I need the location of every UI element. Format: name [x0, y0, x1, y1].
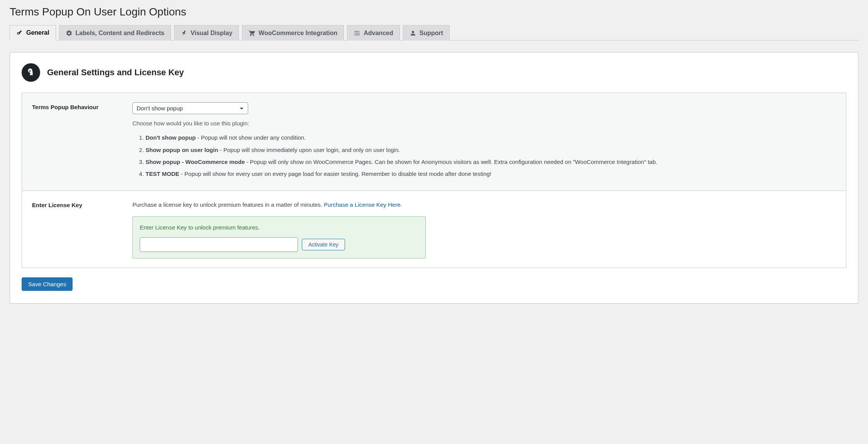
behaviour-option-desc: - Popup will only show on WooCommerce Pa… — [245, 159, 657, 165]
tab-support[interactable]: Support — [403, 25, 450, 41]
behaviour-hint: Choose how would you like to use this pl… — [132, 119, 836, 128]
activate-key-button[interactable]: Activate Key — [302, 239, 345, 250]
gear-icon — [66, 30, 73, 37]
license-label: Enter License Key — [32, 200, 132, 258]
tab-label: Visual Display — [191, 30, 232, 36]
behaviour-option-desc: - Popup will show for every user on ever… — [179, 171, 492, 177]
behaviour-list: Don't show popup - Popup will not show u… — [146, 133, 836, 178]
behaviour-row: Terms Popup Behaviour Don't show popupSh… — [22, 93, 846, 191]
behaviour-option-desc: - Popup will not show under any conditio… — [196, 134, 306, 141]
tab-label: General — [26, 30, 49, 36]
behaviour-option: Show popup on user login - Popup will sh… — [146, 145, 836, 154]
behaviour-option-name: Don't show popup — [146, 134, 196, 141]
license-row: Enter License Key Purchase a license key… — [22, 191, 846, 268]
tab-advanced[interactable]: Advanced — [347, 25, 399, 41]
tab-visual-display[interactable]: Visual Display — [174, 25, 239, 41]
key-icon — [22, 63, 40, 82]
section-title: General Settings and License Key — [47, 68, 184, 78]
behaviour-option-desc: - Popup will show immediately upon user … — [218, 147, 400, 153]
license-box: Enter License Key to unlock premium feat… — [132, 216, 426, 258]
tab-label: Labels, Content and Redirects — [76, 30, 164, 36]
user-icon — [409, 30, 416, 37]
license-purchase-line: Purchase a license key to unlock premium… — [132, 200, 836, 209]
cart-icon — [249, 30, 255, 37]
tab-woocommerce-integration[interactable]: WooCommerce Integration — [242, 25, 344, 41]
behaviour-select[interactable]: Don't show popupShow popup on user login… — [132, 102, 248, 114]
tab-label: Advanced — [364, 30, 393, 36]
key-icon — [16, 29, 23, 36]
tab-label: WooCommerce Integration — [259, 30, 337, 36]
page-title: Terms Popup On User Login Options — [10, 0, 858, 22]
behaviour-option: Show popup - WooCommerce mode - Popup wi… — [146, 157, 836, 166]
behaviour-option-name: Show popup on user login — [146, 147, 218, 153]
license-purchase-prefix: Purchase a license key to unlock premium… — [132, 201, 324, 208]
license-purchase-link[interactable]: Purchase a License Key Here. — [324, 201, 402, 208]
section-header: General Settings and License Key — [22, 63, 846, 82]
tab-general[interactable]: General — [10, 25, 56, 41]
behaviour-label: Terms Popup Behaviour — [32, 102, 132, 181]
behaviour-option-name: TEST MODE — [146, 171, 179, 177]
settings-panel: General Settings and License Key Terms P… — [10, 52, 858, 304]
sliders-icon — [354, 30, 360, 37]
pin-icon — [181, 30, 188, 37]
license-box-message: Enter License Key to unlock premium feat… — [140, 223, 418, 232]
tab-labels-content-and-redirects[interactable]: Labels, Content and Redirects — [59, 25, 171, 41]
license-key-input[interactable] — [140, 237, 298, 252]
tab-bar: GeneralLabels, Content and RedirectsVisu… — [10, 25, 858, 41]
behaviour-option: Don't show popup - Popup will not show u… — [146, 133, 836, 142]
tab-label: Support — [420, 30, 443, 36]
form-card: Terms Popup Behaviour Don't show popupSh… — [22, 93, 846, 268]
save-changes-button[interactable]: Save Changes — [22, 277, 73, 291]
behaviour-option-name: Show popup - WooCommerce mode — [146, 159, 245, 165]
behaviour-option: TEST MODE - Popup will show for every us… — [146, 169, 836, 178]
